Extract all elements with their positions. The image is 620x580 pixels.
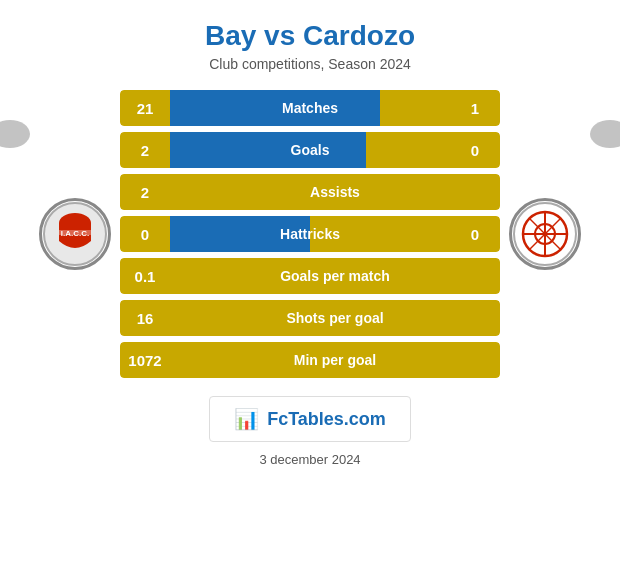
stat-left-val-1: 2	[120, 132, 170, 168]
stat-label-2: Assists	[310, 184, 360, 200]
stat-row-3: 0Hattricks0	[120, 216, 500, 252]
stats-section: 21Matches12Goals02Assists0Hattricks00.1G…	[120, 90, 500, 378]
svg-rect-4	[59, 230, 91, 235]
match-title: Bay vs Cardozo	[205, 20, 415, 52]
stat-left-val-5: 16	[120, 300, 170, 336]
stat-bar-1: Goals	[170, 132, 450, 168]
fctables-text: FcTables.com	[267, 409, 386, 430]
stat-right-val-1: 0	[450, 132, 500, 168]
card: Bay vs Cardozo Club competitions, Season…	[0, 0, 620, 580]
fctables-icon: 📊	[234, 407, 259, 431]
stat-bar-2: Assists	[170, 174, 500, 210]
logo-left: I.A.C.C.	[30, 198, 120, 270]
stat-label-5: Shots per goal	[286, 310, 383, 326]
stat-bar-3: Hattricks	[170, 216, 450, 252]
stat-bar-5: Shots per goal	[170, 300, 500, 336]
stat-bar-4: Goals per match	[170, 258, 500, 294]
footer-date: 3 december 2024	[259, 452, 360, 467]
stat-bar-0: Matches	[170, 90, 450, 126]
stat-label-4: Goals per match	[280, 268, 390, 284]
stat-label-3: Hattricks	[280, 226, 340, 242]
stat-label-1: Goals	[291, 142, 330, 158]
stat-row-2: 2Assists	[120, 174, 500, 210]
logo-right	[500, 198, 590, 270]
match-subtitle: Club competitions, Season 2024	[209, 56, 411, 72]
stat-row-0: 21Matches1	[120, 90, 500, 126]
stat-bar-6: Min per goal	[170, 342, 500, 378]
stat-right-val-3: 0	[450, 216, 500, 252]
stat-left-val-0: 21	[120, 90, 170, 126]
stat-left-val-6: 1072	[120, 342, 170, 378]
stat-row-5: 16Shots per goal	[120, 300, 500, 336]
stat-row-6: 1072Min per goal	[120, 342, 500, 378]
stat-right-val-0: 1	[450, 90, 500, 126]
stat-label-6: Min per goal	[294, 352, 376, 368]
stat-left-val-3: 0	[120, 216, 170, 252]
fctables-banner[interactable]: 📊 FcTables.com	[209, 396, 411, 442]
stat-row-4: 0.1Goals per match	[120, 258, 500, 294]
team-logo-right	[509, 198, 581, 270]
stat-row-1: 2Goals0	[120, 132, 500, 168]
stat-label-0: Matches	[282, 100, 338, 116]
team-logo-left: I.A.C.C.	[39, 198, 111, 270]
stat-left-val-2: 2	[120, 174, 170, 210]
stat-left-val-4: 0.1	[120, 258, 170, 294]
main-content: I.A.C.C. 21Matches12Goals02Assists0Hattr…	[10, 90, 610, 378]
